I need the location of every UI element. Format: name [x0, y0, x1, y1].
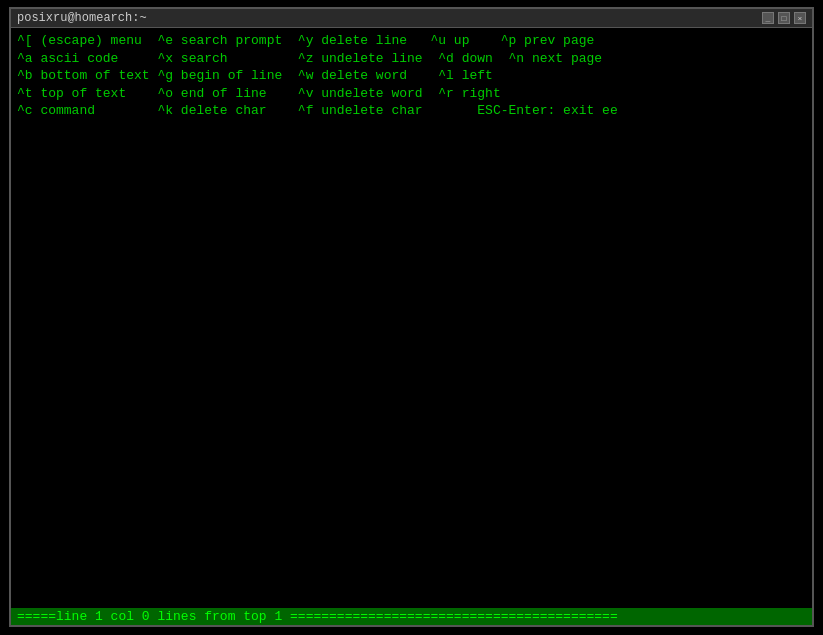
maximize-button[interactable]: □ [778, 12, 790, 24]
minimize-button[interactable]: _ [762, 12, 774, 24]
terminal-window: posixru@homearch:~ _ □ × ^[ (escape) men… [9, 7, 814, 627]
window-title: posixru@homearch:~ [17, 11, 147, 25]
close-button[interactable]: × [794, 12, 806, 24]
status-bar: =====line 1 col 0 lines from top 1 =====… [11, 608, 812, 625]
title-bar-controls: _ □ × [762, 12, 806, 24]
terminal-body[interactable]: ^[ (escape) menu ^e search prompt ^y del… [11, 28, 812, 608]
title-bar: posixru@homearch:~ _ □ × [11, 9, 812, 28]
